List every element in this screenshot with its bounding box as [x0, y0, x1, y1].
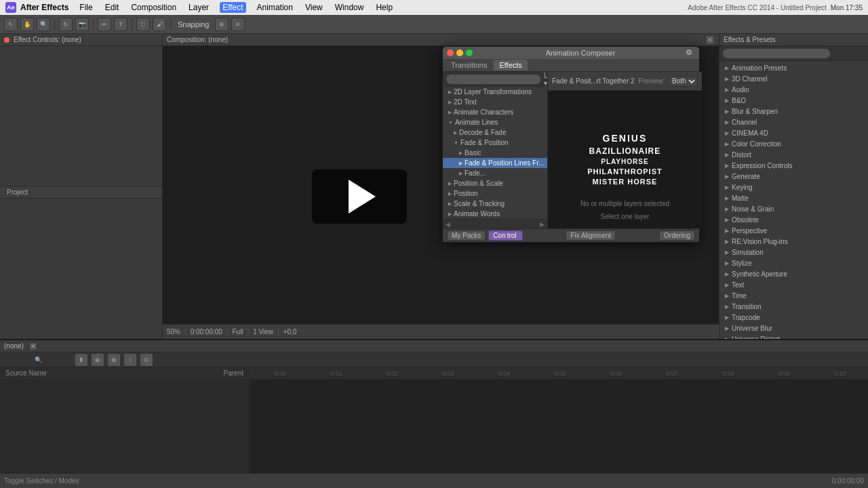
list-item-2d-layer[interactable]: ▶ 2D Layer Transformations: [443, 87, 547, 97]
fx-cinema4d[interactable]: ▶CINEMA 4D: [719, 127, 868, 138]
app-name[interactable]: After Effects: [20, 3, 68, 12]
preview-value-select[interactable]: Both In Out: [669, 76, 698, 87]
views-display[interactable]: 1 View: [253, 328, 273, 336]
fx-matte[interactable]: ▶Matte: [719, 192, 868, 203]
hand-tool[interactable]: ✋: [20, 18, 34, 31]
list-item-animate-chars[interactable]: ▶ Animate Characters: [443, 107, 547, 117]
play-button-overlay[interactable]: [312, 169, 407, 224]
list-item-animate-words[interactable]: ▶ Animate Words: [443, 209, 547, 219]
magnet-icon[interactable]: ⊕: [215, 18, 229, 31]
settings-btn[interactable]: ✕: [231, 18, 245, 31]
timeline-btn2[interactable]: ⊕: [91, 353, 104, 367]
anim-composer-min[interactable]: [456, 49, 463, 56]
menu-animation[interactable]: Animation: [256, 3, 294, 12]
menu-help[interactable]: Help: [374, 3, 394, 12]
text-tool[interactable]: T: [114, 18, 127, 31]
chevron-icon: ▶: [725, 87, 729, 93]
menu-composition[interactable]: Composition: [130, 3, 178, 12]
timecode-display[interactable]: 0:00:00:00: [191, 328, 222, 336]
tab-transitions[interactable]: Transitions: [446, 60, 492, 70]
menu-layer[interactable]: Layer: [187, 3, 210, 12]
menu-effect[interactable]: Effect: [220, 2, 245, 13]
toolbar-sep-1: [54, 18, 55, 30]
control-btn[interactable]: Control: [488, 230, 522, 241]
list-item-2d-text[interactable]: ▶ 2D Text: [443, 97, 547, 107]
fx-obsolete[interactable]: ▶Obsolete: [719, 214, 868, 225]
list-scroll-bar[interactable]: ◀ ▶: [443, 219, 547, 228]
menu-view[interactable]: View: [304, 3, 324, 12]
toggle-switches-label[interactable]: Toggle Switches / Modes: [4, 477, 79, 485]
list-item-fade[interactable]: ▶ Fade...: [443, 168, 547, 178]
fix-alignment-btn[interactable]: Fix Alignment: [566, 230, 616, 241]
fx-noise-grain[interactable]: ▶Noise & Grain: [719, 203, 868, 214]
timeline-btn1[interactable]: ⬆: [75, 353, 88, 367]
fx-color-correction[interactable]: ▶Color Correction: [719, 138, 868, 149]
zoom-display[interactable]: 50%: [167, 328, 180, 336]
fx-search-input[interactable]: [722, 48, 831, 59]
fx-stylize[interactable]: ▶Stylize: [719, 258, 868, 268]
project-tab[interactable]: Project: [4, 188, 31, 196]
paint-tool[interactable]: 🖌: [153, 18, 166, 31]
anim-tabs: Transitions Effects: [443, 59, 699, 73]
timeline-btn3[interactable]: ⊗: [107, 353, 121, 367]
fx-generate[interactable]: ▶Generate: [719, 171, 868, 182]
camera-tool[interactable]: 📷: [75, 18, 89, 31]
chevron-icon: ▶: [725, 141, 729, 147]
timeline-btn4[interactable]: ↕: [123, 353, 137, 367]
fx-time[interactable]: ▶Time: [719, 290, 868, 301]
fx-perspective[interactable]: ▶Perspective: [719, 225, 868, 236]
timeline-btn5[interactable]: ⊙: [140, 353, 153, 367]
fx-simulation[interactable]: ▶Simulation: [719, 247, 868, 258]
arrow-down-icon: ▼: [454, 140, 458, 145]
list-item-fade-position[interactable]: ▼ Fade & Position: [443, 138, 547, 148]
fx-bao[interactable]: ▶B&O: [719, 95, 868, 106]
my-packs-btn[interactable]: My Packs: [447, 230, 486, 241]
fx-channel[interactable]: ▶Channel: [719, 117, 868, 127]
fx-universe-distort[interactable]: ▶Universe Distort: [719, 333, 868, 339]
select-tool[interactable]: ↖: [4, 18, 18, 31]
fx-expression-controls[interactable]: ▶Expression Controls: [719, 160, 868, 171]
timeline-search[interactable]: 🔍: [4, 354, 72, 365]
fx-text[interactable]: ▶Text: [719, 279, 868, 290]
menu-file[interactable]: File: [78, 3, 94, 12]
fx-universe-blur[interactable]: ▶Universe Blur: [719, 323, 868, 333]
fx-revision[interactable]: ▶RE:Vision Plug-ins: [719, 236, 868, 247]
anim-search-input[interactable]: [446, 74, 541, 85]
shape-tool[interactable]: □: [136, 18, 150, 31]
menu-window[interactable]: Window: [334, 3, 366, 12]
list-item-position-scale[interactable]: ▶ Position & Scale: [443, 178, 547, 188]
fx-keying[interactable]: ▶Keying: [719, 182, 868, 192]
comp-tab-label[interactable]: (none): [4, 342, 24, 350]
pen-tool[interactable]: ✏: [98, 18, 111, 31]
anim-composer-titlebar: Animation Composer ⚙: [443, 47, 699, 59]
ordering-btn[interactable]: Ordering: [659, 230, 695, 241]
anim-composer-close[interactable]: [447, 49, 454, 56]
fx-3d-channel[interactable]: ▶3D Channel: [719, 73, 868, 84]
list-item-decode-fade[interactable]: ▶ Decode & Fade: [443, 127, 547, 138]
comp-tab-close[interactable]: ✕: [29, 342, 37, 350]
list-item-fade-position-lines[interactable]: ▶ Fade & Position Lines Fr...: [443, 158, 547, 168]
fx-blur-sharpen[interactable]: ▶Blur & Sharpen: [719, 106, 868, 117]
chevron-icon: ▶: [725, 304, 729, 310]
rotate-tool[interactable]: ↻: [59, 18, 73, 31]
fx-distort[interactable]: ▶Distort: [719, 149, 868, 160]
timeline-bottom-bar: Toggle Switches / Modes 0:00:00:00: [0, 473, 868, 488]
zoom-tool[interactable]: 🔍: [37, 18, 50, 31]
anim-composer-max[interactable]: [466, 49, 473, 56]
menu-edit[interactable]: Edit: [104, 3, 121, 12]
fx-animation-presets[interactable]: ▶Animation Presets: [719, 62, 868, 73]
fx-transition[interactable]: ▶Transition: [719, 301, 868, 312]
list-item-animate-lines[interactable]: ▼ Animate Lines: [443, 117, 547, 127]
list-item-position[interactable]: ▶ Position: [443, 188, 547, 199]
comp-close-btn[interactable]: ✕: [705, 35, 715, 45]
list-item-scale-tracking[interactable]: ▶ Scale & Tracking: [443, 199, 547, 209]
fx-trapcode[interactable]: ▶Trapcode: [719, 312, 868, 323]
quality-display[interactable]: Full: [233, 328, 243, 336]
tab-effects[interactable]: Effects: [494, 60, 527, 70]
effect-controls-close[interactable]: [4, 37, 9, 43]
chevron-icon: ▶: [725, 239, 729, 245]
fx-synthetic-aperture[interactable]: ▶Synthetic Aperture: [719, 268, 868, 279]
list-item-basic[interactable]: ▶ Basic: [443, 148, 547, 158]
fx-audio[interactable]: ▶Audio: [719, 84, 868, 95]
anim-composer-settings[interactable]: ⚙: [686, 48, 695, 58]
